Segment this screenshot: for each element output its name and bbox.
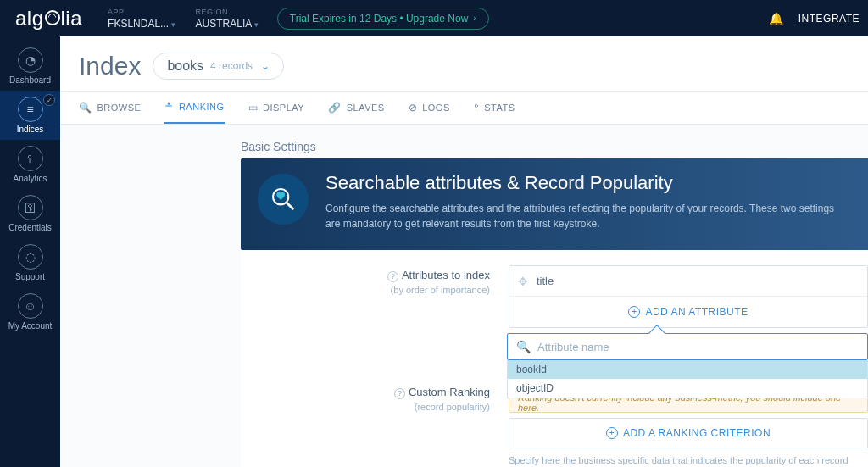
chevron-right-icon: › xyxy=(473,14,476,23)
link-icon: 🔗 xyxy=(328,102,342,114)
page-title: Index xyxy=(79,52,141,81)
tab-browse[interactable]: 🔍BROWSE xyxy=(79,92,141,124)
search-icon: 🔍 xyxy=(516,340,531,353)
monitor-icon: ▭ xyxy=(248,102,259,114)
hero-banner: Searchable attributes & Record Popularit… xyxy=(241,158,868,250)
sliders-icon: ≛ xyxy=(164,101,174,113)
index-name: books xyxy=(167,58,203,74)
attributes-list: ✥ title + ADD AN ATTRIBUTE xyxy=(509,265,868,328)
help-icon[interactable]: ? xyxy=(387,271,398,282)
sidebar-item-indices[interactable]: ≡ Indices xyxy=(0,91,60,140)
add-attribute-button[interactable]: + ADD AN ATTRIBUTE xyxy=(509,297,867,327)
sidebar-item-label: Support xyxy=(15,272,45,281)
svg-line-1 xyxy=(287,203,292,208)
field-sublabel: (record popularity) xyxy=(241,402,490,412)
integrate-link[interactable]: INTEGRATE xyxy=(798,13,860,25)
magnify-heart-icon xyxy=(258,174,309,225)
analytics-icon: ⫯ xyxy=(18,146,43,171)
trial-text: Trial Expires in 12 Days • Upgrade Now xyxy=(290,13,469,25)
add-ranking-button[interactable]: + ADD A RANKING CRITERION xyxy=(509,418,868,448)
dropdown-item[interactable]: objectID xyxy=(508,379,867,398)
chart-icon: ⫯ xyxy=(474,102,480,114)
attribute-item[interactable]: ✥ title xyxy=(509,266,867,297)
attribute-search-input[interactable] xyxy=(537,341,859,353)
tab-display[interactable]: ▭DISPLAY xyxy=(248,92,305,124)
label: APP xyxy=(108,8,175,16)
hero-title: Searchable attributes & Record Popularit… xyxy=(326,172,851,194)
tab-bar: 🔍BROWSE ≛RANKING ▭DISPLAY 🔗SLAVES ⊘LOGS … xyxy=(60,91,868,125)
tab-stats[interactable]: ⫯STATS xyxy=(474,92,515,124)
sidebar-item-analytics[interactable]: ⫯ Analytics xyxy=(0,140,60,189)
plus-icon: + xyxy=(628,306,640,318)
dashboard-icon: ◔ xyxy=(18,47,43,73)
dropdown-item[interactable]: bookId xyxy=(508,360,867,379)
sidebar-item-label: My Account xyxy=(8,321,53,331)
dropdown-search[interactable]: 🔍 xyxy=(507,333,868,360)
top-bar: alglia APP FKSLNDAL... REGION AUSTRALIA … xyxy=(0,0,868,36)
tab-ranking[interactable]: ≛RANKING xyxy=(164,92,224,124)
support-icon: ◌ xyxy=(18,244,43,270)
region-value: AUSTRALIA xyxy=(196,18,259,30)
credentials-icon: ⚿ xyxy=(18,195,43,220)
sidebar: ◔ Dashboard ≡ Indices ⫯ Analytics ⚿ Cred… xyxy=(0,36,60,467)
chevron-down-icon: ⌄ xyxy=(261,60,270,72)
ban-icon: ⊘ xyxy=(409,102,418,114)
attribute-name: title xyxy=(537,275,859,287)
app-selector[interactable]: APP FKSLNDAL... xyxy=(97,8,186,30)
help-icon[interactable]: ? xyxy=(394,388,405,399)
section-title: Basic Settings xyxy=(241,140,316,153)
region-selector[interactable]: REGION AUSTRALIA xyxy=(186,8,269,30)
help-text: Specify here the business specific data … xyxy=(509,455,868,467)
sidebar-item-credentials[interactable]: ⚿ Credentials xyxy=(0,189,60,238)
sidebar-item-account[interactable]: ☺ My Account xyxy=(0,287,60,336)
sidebar-item-label: Indices xyxy=(17,125,44,134)
sidebar-item-dashboard[interactable]: ◔ Dashboard xyxy=(0,42,60,91)
sidebar-item-label: Credentials xyxy=(8,223,52,232)
logo: alglia xyxy=(0,7,97,31)
sidebar-item-label: Analytics xyxy=(13,174,47,183)
dropdown-list: bookId objectID xyxy=(507,360,868,398)
label: REGION xyxy=(196,8,259,16)
field-label: Custom Ranking xyxy=(409,386,490,398)
index-selector[interactable]: books 4 records ⌄ xyxy=(153,53,284,80)
account-icon: ☺ xyxy=(18,293,43,319)
field-label: Attributes to index xyxy=(402,269,490,281)
search-icon: 🔍 xyxy=(79,102,92,114)
plus-icon: + xyxy=(606,427,618,439)
trial-banner[interactable]: Trial Expires in 12 Days • Upgrade Now › xyxy=(277,8,489,30)
field-sublabel: (by order of importance) xyxy=(241,285,490,295)
record-count: 4 records xyxy=(210,60,253,72)
indices-icon: ≡ xyxy=(18,97,43,122)
app-value: FKSLNDAL... xyxy=(108,18,175,30)
bell-icon[interactable]: 🔔 xyxy=(769,12,783,25)
hero-text: Configure the searchable attributes and … xyxy=(326,201,851,231)
sidebar-item-label: Dashboard xyxy=(9,75,51,85)
tab-slaves[interactable]: 🔗SLAVES xyxy=(328,92,385,124)
drag-icon[interactable]: ✥ xyxy=(518,275,528,288)
tab-logs[interactable]: ⊘LOGS xyxy=(409,92,450,124)
attribute-dropdown: 🔍 bookId objectID xyxy=(507,333,868,398)
sidebar-item-support[interactable]: ◌ Support xyxy=(0,238,60,287)
